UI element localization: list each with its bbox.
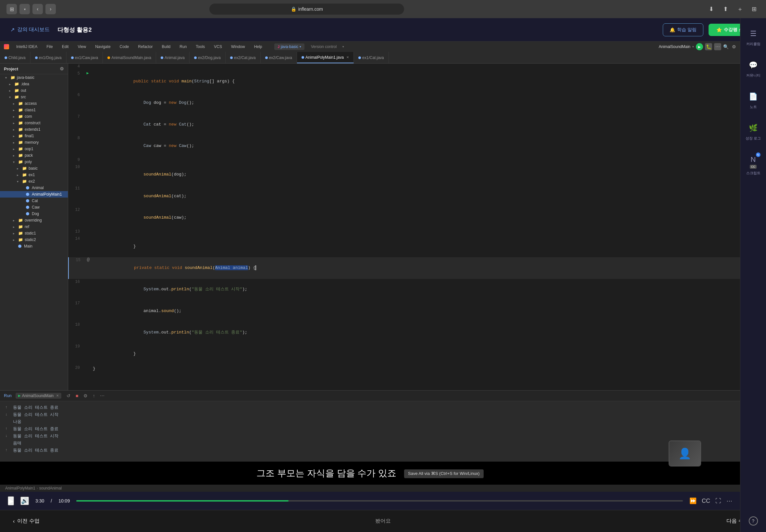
sidebar-item-scripts[interactable]: N N CC 스크립트 [746, 151, 760, 179]
tab-animalsoundmain[interactable]: AnimalSoundMain.java [103, 52, 156, 63]
tree-idea[interactable]: ▸ 📁 .idea [0, 81, 68, 87]
url-bar[interactable]: 🔒 inflearn.com [209, 4, 404, 15]
tab-ex2cat[interactable]: ex2/Cat.java [225, 52, 261, 63]
tree-java-basic-root[interactable]: ▾ 📁 java-basic [0, 74, 68, 81]
line-gutter[interactable]: ▶ [84, 71, 91, 76]
tab-animalpolymain1[interactable]: AnimalPolyMain1.java ✕ [297, 52, 354, 63]
prev-lesson-button[interactable]: ‹ 이전 수업 [13, 518, 40, 525]
alarm-button[interactable]: 🔔 학습 알림 [663, 23, 703, 36]
speed-button[interactable]: ⏩ [689, 497, 697, 504]
more-opts-button[interactable]: ⋯ [99, 393, 105, 399]
tab-child-java[interactable]: Child.java [0, 52, 30, 63]
tree-static1[interactable]: ▸ 📁 static1 [0, 230, 68, 236]
help-button[interactable]: ? [749, 516, 758, 526]
tab-ex1caw-java[interactable]: ex1/Caw.java [67, 52, 103, 63]
forward-btn[interactable]: › [45, 4, 56, 14]
code-editor[interactable]: 4 5 ▶ public static void main(String[] a… [68, 64, 740, 390]
sidebar-item-growth[interactable]: 🌿 성장 로그 [746, 119, 761, 144]
version-control-label[interactable]: Version control [311, 44, 336, 49]
find-button[interactable]: 🔍 [723, 44, 729, 49]
menu-edit[interactable]: Edit [60, 44, 71, 50]
close-icon[interactable]: ✕ [346, 55, 349, 59]
menu-run[interactable]: Run [177, 44, 188, 50]
tree-ex1[interactable]: ▸ 📁 ex1 [0, 172, 68, 178]
tree-animalpolymain1[interactable]: ▸ AnimalPolyMain1 [0, 191, 68, 198]
project-selector[interactable]: J java-basic ▾ [274, 43, 304, 50]
menu-window[interactable]: Window [229, 44, 247, 50]
tree-extends1[interactable]: ▸ 📁 extends1 [0, 126, 68, 133]
menu-code[interactable]: Code [118, 44, 131, 50]
tree-basic[interactable]: ▸ 📁 basic [0, 165, 68, 172]
menu-intellij[interactable]: IntelliJ IDEA [14, 44, 39, 50]
rerun-button[interactable]: ↺ [65, 393, 72, 399]
menu-build[interactable]: Build [160, 44, 173, 50]
scroll-button[interactable]: ↑ [91, 393, 97, 399]
tree-cat-class[interactable]: ▸ Cat [0, 198, 68, 204]
tree-arrow-icon: ▾ [17, 180, 21, 183]
tree-construct[interactable]: ▸ 📁 construct [0, 120, 68, 126]
tree-out[interactable]: ▸ 📁 out [0, 87, 68, 94]
menu-view[interactable]: View [76, 44, 88, 50]
filter-button[interactable]: ⚙ [82, 393, 89, 399]
tree-overriding[interactable]: ▸ 📁 overriding [0, 217, 68, 224]
dashboard-link[interactable]: ↗ 강의 대시보드 [10, 26, 50, 33]
debug-button[interactable]: 🐛 [705, 43, 712, 50]
close-tab-icon[interactable]: ✕ [56, 394, 59, 397]
download-icon[interactable]: ⬇ [706, 4, 717, 14]
menu-navigate[interactable]: Navigate [93, 44, 112, 50]
run-config-tab[interactable]: ▶ AnimalSoundMain ✕ [16, 393, 61, 399]
menu-tools[interactable]: Tools [194, 44, 207, 50]
tree-animal-class[interactable]: ▸ Animal [0, 185, 68, 191]
new-tab-icon[interactable]: ＋ [735, 4, 745, 14]
tree-memory[interactable]: ▸ 📁 memory [0, 139, 68, 146]
tree-class1[interactable]: ▸ 📁 class1 [0, 107, 68, 113]
back-btn[interactable]: ‹ [32, 4, 43, 14]
tree-dog-class[interactable]: ▸ Dog [0, 211, 68, 217]
n-badge: N [756, 152, 760, 157]
tree-poly[interactable]: ▾ 📁 poly [0, 159, 68, 165]
tree-com[interactable]: ▸ 📁 com [0, 113, 68, 120]
watched-button[interactable]: 봤어요 [375, 518, 391, 525]
tab-ex2caw[interactable]: ex2/Caw.java [261, 52, 297, 63]
tree-main-class[interactable]: ▸ Main [0, 243, 68, 249]
fullscreen-button[interactable]: ⛶ [715, 498, 721, 504]
run-config-name[interactable]: AnimalSoundMain [659, 44, 690, 49]
run-tab[interactable]: Run [4, 393, 12, 398]
tree-ex2[interactable]: ▾ 📁 ex2 [0, 178, 68, 185]
menu-vcs[interactable]: VCS [212, 44, 224, 50]
sidebar-item-notes[interactable]: 📄 노트 [748, 88, 759, 113]
tab-ex1dog-java[interactable]: ex1/Dog.java [30, 52, 67, 63]
grid-icon[interactable]: ⊞ [749, 4, 760, 14]
tab-ex1cat[interactable]: ex1/Cat.java [354, 52, 389, 63]
sidebar-item-curriculum[interactable]: ☰ 커리큘럼 [746, 25, 760, 50]
menu-refactor[interactable]: Refactor [136, 44, 154, 50]
tree-pack[interactable]: ▸ 📁 pack [0, 152, 68, 159]
tab-animal[interactable]: Animal.java [156, 52, 189, 63]
more-video-button[interactable]: ⋯ [726, 497, 732, 504]
play-button[interactable]: ▶ [8, 496, 14, 505]
progress-bar[interactable] [76, 500, 683, 502]
tree-final1[interactable]: ▸ 📁 final1 [0, 133, 68, 139]
panel-gear-icon[interactable]: ⚙ [60, 66, 64, 71]
tree-ref[interactable]: ▸ 📁 ref [0, 224, 68, 230]
tab-ex2dog[interactable]: ex2/Dog.java [189, 52, 225, 63]
tree-caw-class[interactable]: ▸ Caw [0, 204, 68, 211]
sidebar-toggle-btn[interactable]: ⊞ [6, 4, 17, 14]
volume-button[interactable]: 🔊 [20, 497, 29, 505]
menu-file[interactable]: File [44, 44, 55, 50]
tree-oop1[interactable]: ▸ 📁 oop1 [0, 146, 68, 152]
menu-help[interactable]: Help [252, 44, 264, 50]
run-button[interactable]: ▶ [696, 43, 703, 50]
share-icon[interactable]: ⬆ [721, 4, 731, 14]
notes-label: 노트 [750, 104, 757, 109]
more-button[interactable]: ⋯ [714, 43, 721, 50]
settings-gear-icon[interactable]: ⚙ [732, 44, 736, 49]
tree-access[interactable]: ▸ 📁 access [0, 100, 68, 107]
tree-static2[interactable]: ▸ 📁 static2 [0, 236, 68, 243]
stop-button[interactable]: ■ [74, 393, 80, 399]
chevron-down-btn[interactable]: ▾ [19, 4, 30, 14]
tree-src[interactable]: ▾ 📁 src [0, 94, 68, 100]
captions-button[interactable]: CC [702, 498, 710, 504]
sidebar-item-community[interactable]: 💬 커뮤니티 [746, 56, 760, 81]
run-gutter-icon[interactable]: ▶ [86, 71, 89, 76]
